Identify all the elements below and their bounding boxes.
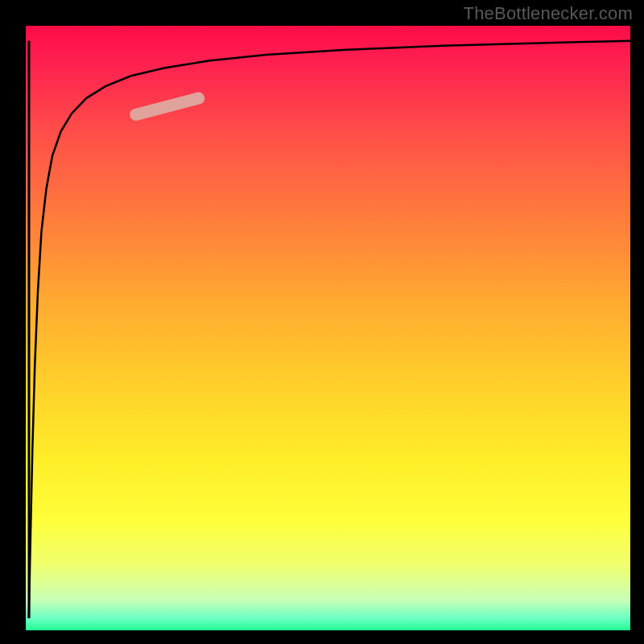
highlight-segment: [136, 98, 199, 114]
curve-line: [29, 41, 630, 618]
chart-svg: [26, 26, 630, 630]
watermark-text: TheBottlenecker.com: [464, 3, 633, 24]
chart-frame: TheBottlenecker.com: [0, 0, 644, 644]
